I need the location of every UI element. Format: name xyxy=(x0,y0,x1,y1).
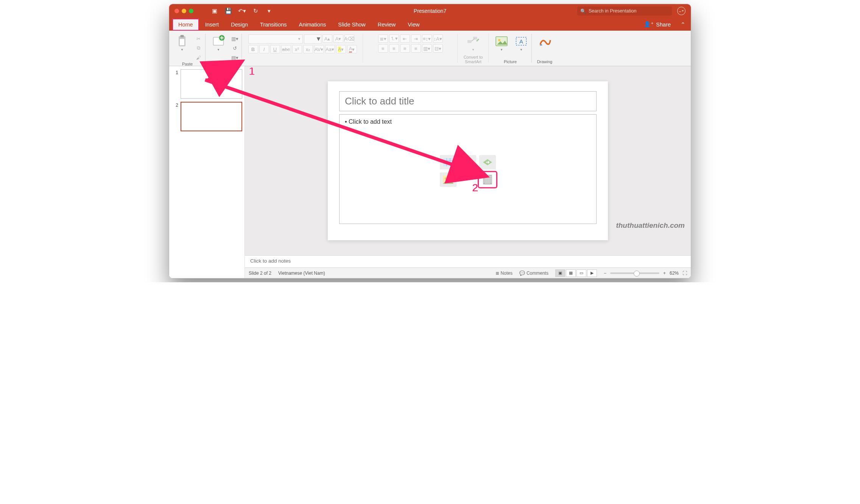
clear-format-icon[interactable]: A⌫ xyxy=(344,34,354,43)
tab-review[interactable]: Review xyxy=(372,19,402,31)
increase-indent-icon[interactable]: ⇥ xyxy=(411,34,421,43)
tab-insert[interactable]: Insert xyxy=(199,19,225,31)
slide: Click to add title • Click to add text xyxy=(328,81,608,240)
status-bar: Slide 2 of 2 Vietnamese (Viet Nam) ≣Note… xyxy=(245,268,691,278)
columns-icon[interactable]: ▥▾ xyxy=(422,44,432,53)
tab-slideshow[interactable]: Slide Show xyxy=(332,19,372,31)
window-layout-icon[interactable]: ▣ xyxy=(209,7,220,15)
underline-icon[interactable]: U xyxy=(270,45,280,53)
thumb-number: 1 xyxy=(171,69,178,75)
fit-window-icon[interactable]: ⛶ xyxy=(682,271,687,276)
strikethrough-icon[interactable]: abc xyxy=(281,45,291,53)
paste-button[interactable]: ▼ xyxy=(171,34,193,51)
close-window-button[interactable] xyxy=(174,9,179,13)
tab-transitions[interactable]: Transitions xyxy=(254,19,293,31)
numbering-icon[interactable]: ⒈▾ xyxy=(389,34,399,43)
svg-rect-2 xyxy=(180,39,184,45)
section-icon[interactable]: ▤▾ xyxy=(230,53,240,62)
maximize-window-button[interactable] xyxy=(189,9,193,13)
subscript-icon[interactable]: x₂ xyxy=(303,45,313,53)
insert-chart-icon[interactable] xyxy=(460,155,476,170)
char-spacing-icon[interactable]: AV▾ xyxy=(314,45,324,53)
tab-design[interactable]: Design xyxy=(225,19,254,31)
tab-animations[interactable]: Animations xyxy=(293,19,332,31)
highlight-icon[interactable]: A▾ xyxy=(336,45,346,53)
zoom-slider[interactable] xyxy=(610,272,659,274)
font-family-input[interactable] xyxy=(249,36,296,42)
title-placeholder[interactable]: Click to add title xyxy=(339,91,597,111)
cut-icon[interactable]: ✂ xyxy=(193,34,203,43)
zoom-in-button[interactable]: + xyxy=(663,271,666,276)
text-direction-icon[interactable]: ↕A▾ xyxy=(433,34,443,43)
slideshow-view-icon[interactable]: ▶ xyxy=(587,269,597,277)
layout-icon[interactable]: ▥▾ xyxy=(230,34,240,43)
drawing-icon xyxy=(538,34,552,48)
bold-icon[interactable]: B xyxy=(248,45,258,53)
font-size-input[interactable] xyxy=(304,36,316,42)
format-painter-icon[interactable]: 🖌 xyxy=(193,53,203,62)
font-family-select[interactable]: ▼ xyxy=(248,34,303,44)
drawing-button[interactable] xyxy=(534,34,555,48)
svg-rect-14 xyxy=(469,163,471,166)
align-left-icon[interactable]: ≡ xyxy=(378,44,388,53)
insert-table-icon[interactable] xyxy=(440,155,456,170)
new-slide-button[interactable]: ▼ xyxy=(208,34,229,51)
superscript-icon[interactable]: x² xyxy=(292,45,302,53)
reset-icon[interactable]: ↺ xyxy=(230,44,240,52)
align-text-icon[interactable]: ⊟▾ xyxy=(433,44,443,53)
group-label-newslide: New Slide xyxy=(213,62,234,66)
save-icon[interactable]: 💾 xyxy=(223,7,234,15)
group-clipboard: ▼ ✂ ⧉ 🖌 Paste xyxy=(169,31,206,66)
textbox-button[interactable]: A ▼ xyxy=(513,34,530,51)
content-placeholder[interactable]: • Click to add text xyxy=(339,114,597,224)
zoom-out-button[interactable]: − xyxy=(604,271,606,276)
change-case-icon[interactable]: Aa▾ xyxy=(325,45,335,53)
redo-icon[interactable]: ↻ xyxy=(250,7,261,15)
slide-thumbnail-2[interactable] xyxy=(181,102,242,131)
slide-canvas[interactable]: Click to add title • Click to add text xyxy=(245,66,691,255)
align-center-icon[interactable]: ≡ xyxy=(389,44,399,53)
increase-font-icon[interactable]: A▴ xyxy=(322,34,332,43)
decrease-indent-icon[interactable]: ⇤ xyxy=(400,34,410,43)
bullets-icon[interactable]: ≣▾ xyxy=(378,34,388,43)
comments-toggle-button[interactable]: 💬Comments xyxy=(519,271,548,276)
new-slide-icon xyxy=(212,34,225,48)
insert-video-icon[interactable] xyxy=(479,173,496,187)
notes-pane[interactable]: Click to add notes xyxy=(245,255,691,268)
picture-button[interactable]: ▼ xyxy=(491,34,512,51)
font-color-icon[interactable]: A▾ xyxy=(347,45,357,53)
tab-home[interactable]: Home xyxy=(172,19,199,31)
convert-smartart-button[interactable]: ▼ xyxy=(463,34,484,51)
collapse-ribbon-button[interactable]: ⌃ xyxy=(675,19,691,31)
tab-view[interactable]: View xyxy=(402,19,425,31)
normal-view-icon[interactable]: ▣ xyxy=(555,269,565,277)
font-size-select[interactable]: ▼ xyxy=(304,34,321,44)
thumbnail-row-2[interactable]: 2 xyxy=(171,102,242,131)
comments-icon: 💬 xyxy=(519,271,525,276)
insert-smartart-icon[interactable] xyxy=(479,155,496,170)
reading-view-icon[interactable]: ▭ xyxy=(576,269,586,277)
thumbnail-row-1[interactable]: 1 xyxy=(171,69,242,99)
justify-icon[interactable]: ≡ xyxy=(411,44,421,53)
qat-customize-icon[interactable]: ▾ xyxy=(264,7,274,15)
slide-thumbnail-1[interactable] xyxy=(181,69,242,99)
line-spacing-icon[interactable]: ≡↕▾ xyxy=(422,34,432,43)
italic-icon[interactable]: I xyxy=(259,45,269,53)
notes-toggle-button[interactable]: ≣Notes xyxy=(495,271,513,276)
language-indicator[interactable]: Vietnamese (Viet Nam) xyxy=(278,271,325,276)
copy-icon[interactable]: ⧉ xyxy=(193,44,203,52)
sorter-view-icon[interactable]: ▦ xyxy=(566,269,576,277)
align-right-icon[interactable]: ≡ xyxy=(400,44,410,53)
slide-counter: Slide 2 of 2 xyxy=(249,271,271,276)
decrease-font-icon[interactable]: A▾ xyxy=(333,34,343,43)
search-input[interactable]: 🔍 Search in Presentation xyxy=(577,6,672,16)
zoom-percent[interactable]: 62% xyxy=(670,271,679,276)
minimize-window-button[interactable] xyxy=(182,9,186,13)
slide-thumbnail-panel[interactable]: 1 2 xyxy=(169,66,245,278)
undo-icon[interactable]: ↶▾ xyxy=(237,7,247,15)
insert-picture-icon[interactable] xyxy=(440,173,456,187)
feedback-smile-icon[interactable]: ⌣▾ xyxy=(677,7,686,15)
svg-rect-12 xyxy=(464,162,466,166)
share-button[interactable]: 👤⁺Share xyxy=(639,18,675,31)
search-icon: 🔍 xyxy=(580,8,586,14)
